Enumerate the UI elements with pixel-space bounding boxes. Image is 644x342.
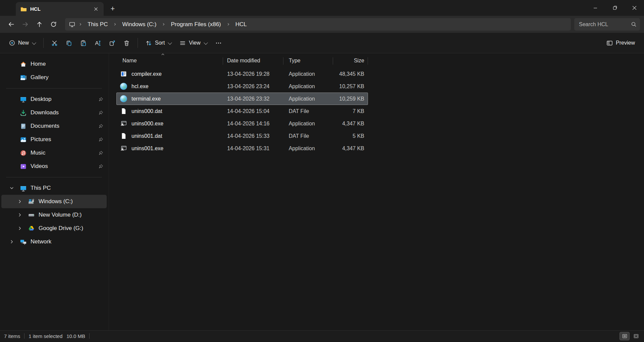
sort-icon (146, 40, 152, 46)
statusbar-divider (24, 333, 24, 339)
new-tab-button[interactable]: + (107, 3, 118, 14)
search-input[interactable]: Search HCL (574, 18, 640, 31)
breadcrumb-program-files-x86[interactable]: Program Files (x86) (169, 20, 223, 29)
sidebar-item-google-drive-g[interactable]: Google Drive (G:) (1, 222, 107, 235)
chevron-expanded-icon[interactable] (7, 186, 16, 190)
toolbar-divider (138, 38, 138, 48)
titlebar: HCL + (0, 0, 644, 16)
file-size: 10,257 KB (333, 83, 368, 90)
chevron-down-icon (204, 40, 208, 45)
share-button[interactable] (105, 37, 119, 49)
installer-icon (120, 145, 127, 152)
cut-icon (51, 40, 58, 46)
file-row-selected[interactable]: terminal.exe 13-04-2026 23:32 Applicatio… (116, 93, 368, 105)
cut-button[interactable] (48, 37, 61, 49)
file-row[interactable]: unins000.dat 14-04-2026 15:04 DAT File 7… (116, 105, 368, 117)
forward-button[interactable] (18, 18, 32, 31)
pin-icon (98, 110, 103, 115)
pictures-icon (20, 136, 27, 143)
close-button[interactable] (625, 0, 644, 16)
refresh-button[interactable] (46, 18, 60, 31)
chevron-collapsed-icon[interactable] (15, 213, 24, 217)
details-view-button[interactable] (620, 332, 629, 340)
sidebar-item-new-volume-d[interactable]: New Volume (D:) (1, 208, 107, 222)
file-date: 13-04-2026 19:28 (223, 71, 283, 77)
sidebar-item-music[interactable]: Music (1, 146, 107, 160)
dat-file-icon (120, 132, 127, 139)
content-area: Home Gallery Desktop Downloads Documents (0, 53, 644, 330)
view-label: View (189, 40, 200, 46)
column-header-name[interactable]: Name (116, 57, 223, 65)
back-button[interactable] (4, 18, 18, 31)
chevron-down-icon (168, 40, 172, 45)
file-type: Application (283, 121, 333, 127)
breadcrumb-this-pc[interactable]: This PC (86, 20, 110, 29)
sidebar-item-pictures[interactable]: Pictures (1, 133, 107, 146)
breadcrumb-windows-c[interactable]: Windows (C:) (120, 20, 158, 29)
new-button[interactable]: New (5, 37, 39, 49)
file-row[interactable]: unins001.exe 14-04-2026 15:31 Applicatio… (116, 142, 368, 155)
more-options-button[interactable] (212, 37, 225, 49)
command-bar: New Sort View Preview (0, 33, 644, 53)
file-size: 10,259 KB (333, 96, 368, 102)
up-button[interactable] (32, 18, 46, 31)
preview-label: Preview (616, 40, 635, 46)
music-icon (20, 150, 27, 157)
application-window-icon (120, 70, 127, 77)
sidebar-item-windows-c[interactable]: Windows (C:) (1, 195, 107, 208)
tab-close-icon[interactable] (92, 5, 100, 13)
selection-size: 10.0 MB (66, 333, 85, 339)
chevron-collapsed-icon[interactable] (15, 226, 24, 231)
chevron-collapsed-icon[interactable] (7, 239, 16, 244)
minimize-button[interactable] (586, 0, 605, 16)
sidebar-item-desktop[interactable]: Desktop (1, 93, 107, 106)
column-header-type[interactable]: Type (283, 57, 333, 65)
new-plus-icon (9, 40, 15, 46)
documents-icon (20, 123, 27, 130)
file-row[interactable]: compiler.exe 13-04-2026 19:28 Applicatio… (116, 68, 368, 80)
chevron-collapsed-icon[interactable] (15, 199, 24, 204)
file-date: 14-04-2026 15:31 (223, 146, 283, 152)
sidebar-item-documents[interactable]: Documents (1, 119, 107, 133)
file-name: unins001.dat (131, 133, 162, 139)
sidebar-item-this-pc[interactable]: This PC (1, 181, 107, 195)
explorer-tab[interactable]: HCL (16, 2, 104, 16)
copy-icon (66, 40, 72, 46)
paste-icon (80, 40, 87, 46)
share-icon (109, 40, 115, 46)
maximize-button[interactable] (605, 0, 625, 16)
address-bar[interactable]: This PC Windows (C:) Program Files (x86)… (65, 18, 571, 31)
copy-button[interactable] (62, 37, 76, 49)
file-date: 13-04-2026 23:24 (223, 83, 283, 90)
sort-button[interactable]: Sort (142, 37, 175, 49)
paste-button[interactable] (76, 37, 90, 49)
sidebar-separator (6, 88, 102, 89)
sidebar-item-videos[interactable]: Videos (1, 160, 107, 173)
sidebar-item-network[interactable]: Network (1, 235, 107, 248)
file-row[interactable]: hcl.exe 13-04-2026 23:24 Application 10,… (116, 80, 368, 93)
preview-button[interactable]: Preview (603, 37, 639, 49)
delete-button[interactable] (120, 37, 133, 49)
file-type: Application (283, 71, 333, 77)
file-type: DAT File (283, 108, 333, 114)
file-row[interactable]: unins000.exe 14-04-2026 14:16 Applicatio… (116, 117, 368, 130)
rename-button[interactable] (91, 37, 105, 49)
large-icons-view-button[interactable] (631, 332, 641, 340)
home-icon (20, 61, 27, 68)
hcl-app-icon (120, 83, 127, 90)
column-header-date-modified[interactable]: Date modified (223, 57, 283, 65)
view-icon (179, 40, 186, 46)
sidebar-item-downloads[interactable]: Downloads (1, 106, 107, 119)
sidebar-item-gallery[interactable]: Gallery (1, 71, 107, 84)
file-row[interactable]: unins001.dat 14-04-2026 15:33 DAT File 5… (116, 130, 368, 142)
file-date: 14-04-2026 15:33 (223, 133, 283, 139)
chevron-right-icon (112, 22, 117, 26)
dat-file-icon (120, 108, 127, 115)
view-button[interactable]: View (176, 37, 211, 49)
rename-icon (95, 40, 101, 46)
breadcrumb-hcl[interactable]: HCL (233, 20, 249, 29)
column-header-size[interactable]: Size (333, 57, 368, 65)
column-headers: Name Date modified Type Size (116, 55, 644, 67)
sidebar-item-home[interactable]: Home (1, 57, 107, 71)
file-date: 14-04-2026 14:16 (223, 121, 283, 127)
